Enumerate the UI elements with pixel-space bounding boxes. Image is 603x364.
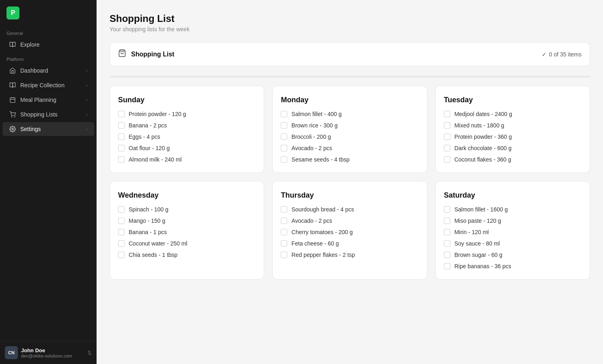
checkbox-saturday-3[interactable]: [444, 240, 450, 247]
checkbox-saturday-1[interactable]: [444, 218, 450, 224]
item-list-thursday: Sourdough bread - 4 pcsAvocado - 2 pcsCh…: [281, 206, 418, 258]
user-name: John Doe: [21, 347, 72, 353]
item-label: Broccoli - 200 g: [291, 134, 331, 140]
book-icon: [9, 41, 16, 48]
item-label: Brown rice - 300 g: [291, 122, 338, 129]
list-item: Sesame seeds - 4 tbsp: [281, 156, 418, 163]
checkbox-sunday-4[interactable]: [118, 156, 125, 163]
item-label: Soy sauce - 80 ml: [454, 240, 500, 247]
checkbox-sunday-3[interactable]: [118, 145, 125, 151]
checkbox-sunday-0[interactable]: [118, 111, 125, 117]
list-item: Chia seeds - 1 tbsp: [118, 252, 256, 258]
sidebar-logo: P: [0, 0, 97, 26]
checkbox-wednesday-4[interactable]: [118, 252, 125, 258]
list-item: Mango - 150 g: [118, 218, 256, 224]
checkbox-monday-0[interactable]: [281, 111, 287, 117]
item-label: Almond milk - 240 ml: [129, 156, 182, 163]
list-item: Brown rice - 300 g: [281, 122, 418, 129]
list-item: Avocado - 2 pcs: [281, 218, 418, 224]
shopping-lists-chevron: ›: [86, 112, 88, 117]
checkbox-tuesday-1[interactable]: [444, 122, 450, 129]
settings-gear-icon: [9, 125, 16, 133]
checkbox-tuesday-0[interactable]: [444, 111, 450, 117]
sidebar-item-shopping-lists[interactable]: Shopping Lists ›: [2, 108, 94, 121]
item-label: Eggs - 4 pcs: [129, 134, 160, 140]
item-label: Coconut water - 250 ml: [129, 240, 187, 247]
list-item: Avocado - 2 pcs: [281, 145, 418, 151]
checkbox-thursday-0[interactable]: [281, 206, 287, 213]
checkbox-sunday-1[interactable]: [118, 122, 125, 129]
page-header: Shopping List Your shopping lists for th…: [110, 13, 590, 32]
checkbox-thursday-2[interactable]: [281, 229, 287, 235]
item-label: Spinach - 100 g: [129, 206, 168, 213]
checkbox-thursday-4[interactable]: [281, 252, 287, 258]
item-label: Mango - 150 g: [129, 218, 165, 224]
checkbox-wednesday-1[interactable]: [118, 218, 125, 224]
list-item: Protein powder - 360 g: [444, 134, 581, 140]
checkbox-saturday-4[interactable]: [444, 252, 450, 258]
list-item: Miso paste - 120 g: [444, 218, 581, 224]
checkbox-tuesday-4[interactable]: [444, 156, 450, 163]
progress-text: 0 of 35 items: [549, 51, 581, 58]
recipe-collection-chevron: ›: [86, 83, 88, 88]
dashboard-chevron: ›: [86, 68, 88, 73]
dashboard-label: Dashboard: [20, 67, 48, 74]
list-item: Mixed nuts - 1800 g: [444, 122, 581, 129]
list-item: Dark chocolate - 600 g: [444, 145, 581, 151]
item-label: Red pepper flakes - 2 tsp: [291, 252, 355, 258]
list-item: Salmon fillet - 1600 g: [444, 206, 581, 213]
item-label: Oat flour - 120 g: [129, 145, 170, 151]
settings-label: Settings: [20, 126, 41, 132]
day-card-wednesday: WednesdaySpinach - 100 gMango - 150 gBan…: [110, 181, 264, 280]
shopping-bag-icon: [118, 49, 126, 59]
checkbox-monday-1[interactable]: [281, 122, 287, 129]
checkbox-thursday-3[interactable]: [281, 240, 287, 247]
item-label: Ripe bananas - 36 pcs: [454, 263, 511, 269]
item-label: Banana - 2 pcs: [129, 122, 167, 129]
day-title-monday: Monday: [281, 96, 418, 104]
settings-chevron: ›: [86, 127, 88, 131]
checkbox-monday-4[interactable]: [281, 156, 287, 163]
sidebar-item-explore[interactable]: Explore: [2, 38, 94, 52]
checkbox-sunday-2[interactable]: [118, 134, 125, 140]
day-card-sunday: SundayProtein powder - 120 gBanana - 2 p…: [110, 86, 264, 173]
cart-icon: [9, 111, 16, 118]
list-item: Mirin - 120 ml: [444, 229, 581, 235]
list-item: Oat flour - 120 g: [118, 145, 256, 151]
sidebar-item-meal-planning[interactable]: Meal Planning ›: [2, 93, 94, 107]
item-label: Salmon fillet - 400 g: [291, 111, 342, 117]
day-card-tuesday: TuesdayMedjool dates - 2400 gMixed nuts …: [435, 86, 590, 173]
calendar-icon: [9, 96, 16, 103]
checkbox-saturday-0[interactable]: [444, 206, 450, 213]
checkbox-saturday-5[interactable]: [444, 263, 450, 269]
checkbox-monday-2[interactable]: [281, 134, 287, 140]
meal-planning-label: Meal Planning: [20, 97, 56, 103]
item-label: Cherry tomatoes - 200 g: [291, 229, 353, 235]
user-menu-chevron: ⇅: [87, 350, 92, 356]
checkbox-wednesday-0[interactable]: [118, 206, 125, 213]
item-label: Avocado - 2 pcs: [291, 218, 332, 224]
meal-planning-chevron: ›: [86, 97, 88, 102]
progress-bar-container: [110, 76, 590, 78]
sidebar-item-settings[interactable]: Settings ›: [2, 122, 94, 136]
list-item: Salmon fillet - 400 g: [281, 111, 418, 117]
checkbox-wednesday-3[interactable]: [118, 240, 125, 247]
checkbox-tuesday-2[interactable]: [444, 134, 450, 140]
svg-point-5: [15, 116, 15, 117]
checkbox-monday-3[interactable]: [281, 145, 287, 151]
item-label: Protein powder - 120 g: [129, 111, 186, 117]
checkbox-tuesday-3[interactable]: [444, 145, 450, 151]
sidebar-item-dashboard[interactable]: Dashboard ›: [2, 64, 94, 78]
list-item: Brown sugar - 60 g: [444, 252, 581, 258]
sidebar-item-recipe-collection[interactable]: Recipe Collection ›: [2, 78, 94, 92]
user-profile[interactable]: CN John Doe dev@okike-solutions.com ⇅: [0, 341, 97, 364]
item-label: Mirin - 120 ml: [454, 229, 489, 235]
checkbox-wednesday-2[interactable]: [118, 229, 125, 235]
item-label: Avocado - 2 pcs: [291, 145, 332, 151]
page-title: Shopping List: [110, 13, 590, 24]
checkbox-saturday-2[interactable]: [444, 229, 450, 235]
recipe-collection-label: Recipe Collection: [20, 82, 65, 88]
checkbox-thursday-1[interactable]: [281, 218, 287, 224]
list-item: Soy sauce - 80 ml: [444, 240, 581, 247]
day-title-thursday: Thursday: [281, 191, 418, 200]
